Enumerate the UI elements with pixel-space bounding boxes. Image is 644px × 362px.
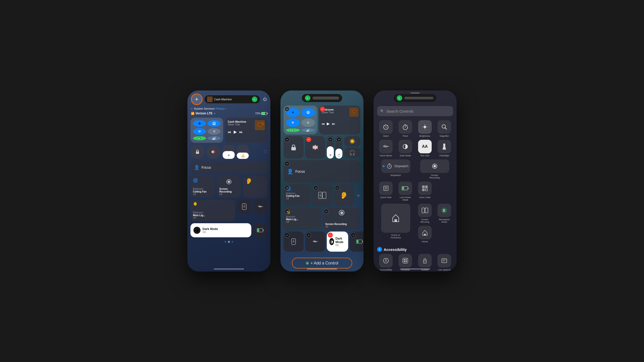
screen-lock-edit-tile[interactable]: − [284,136,304,159]
ceiling-fan-tile[interactable]: 🌀 Bedroom Ceiling Fan Off [190,176,215,198]
e-bt-btn[interactable]: 𝔅 [301,118,315,127]
brightness-slider[interactable]: ☀ [223,145,235,159]
recognize-music-control-item[interactable]: S RecognizeMusic [436,204,453,223]
wifi-btn[interactable] [193,128,206,135]
minus-focus-btn[interactable]: − [285,161,290,166]
minus-voice-btn[interactable]: − [306,233,311,238]
nav-icon: ✈ [214,112,216,115]
screen-mirror-control-item[interactable]: ScreenMirroring [416,204,434,223]
add-control-button[interactable]: + [191,94,203,105]
connectivity-edit-tile[interactable]: − ✈ 𝔅 [284,106,317,134]
e-wifi-btn[interactable] [286,118,300,127]
system-services-bar[interactable]: ➤ System Services Privacy › [187,107,270,111]
live-speech-item[interactable]: Live Speech [436,254,453,272]
minus-connectivity-btn[interactable]: − [285,107,290,112]
dark-mode-control-item[interactable]: Dark Mode [397,140,414,157]
add-control-button-p2[interactable]: ⊕ + Add a Control [292,258,352,268]
silent-btn[interactable] [207,145,221,159]
search-input[interactable]: Search Controls [386,109,414,113]
volume-edit-tile[interactable]: − 🎵 [335,136,342,159]
sun-tile[interactable]: ☀️ [344,136,360,147]
main-light-edit-tile[interactable]: − Bedroom Main Lig... Off [284,208,321,230]
scene-accessory-control-item[interactable]: Scene orAccessory [377,204,414,243]
e-prev-btn[interactable]: ⏮ [321,122,325,126]
minus-remote-btn[interactable]: − [285,233,290,238]
phone2-music-pill[interactable]: S [302,94,342,102]
accessibility-icon-circle [377,247,382,252]
airdrop-btn[interactable] [208,120,221,127]
phone3-music-pill[interactable]: S [394,94,436,102]
e-play-btn[interactable]: ▶ [327,121,330,126]
minus-dark-btn[interactable]: − [328,233,333,238]
ear-edit-tile[interactable]: − 👂 [334,184,354,206]
low-power-control-item[interactable]: Low PowerMode [397,182,414,201]
volume-slider[interactable]: 🔔 [237,145,249,159]
music-pill[interactable]: Cash Machine S [205,95,260,103]
minus-vol-btn[interactable]: − [336,137,341,142]
e-next-btn[interactable]: ⏭ [332,122,335,126]
minus-bright-btn[interactable]: − [328,137,333,142]
focus-tile[interactable]: 👤 Focus [190,161,267,174]
screen-lock-btn[interactable] [190,145,205,159]
brightness-control-item[interactable]: Brightness [416,120,434,137]
fan-edit-tile[interactable]: − 🌀 Bedroom Ceiling Fan Off [284,184,311,206]
e-airdrop-btn[interactable] [301,108,315,117]
svg-rect-8 [215,137,216,140]
e-cell-btn[interactable] [301,128,315,132]
main-light-tile[interactable]: Bedroom Main Lig... Off [190,200,235,221]
shazam-cc-btn[interactable]: S [193,136,206,140]
stopwatch-control-item[interactable]: Stopwatch Stopwatch [377,159,414,179]
airplane-mode-btn[interactable]: ✈ [193,120,206,127]
svg-point-14 [197,153,198,153]
ear-hearing-tile[interactable]: 👂 [243,176,267,198]
connectivity-tile[interactable]: ✈ 𝔅 S [190,118,223,143]
minus-light-btn[interactable]: − [285,209,290,214]
screen-recording-tile[interactable]: ScreenRecording Off [217,176,241,198]
remote-btn[interactable] [237,200,251,214]
minus-bell-btn[interactable]: − [306,137,311,142]
accessibility-shortcuts-item[interactable]: AccessibilityShortcuts [377,254,395,272]
battery-edit-tile[interactable]: − [350,232,364,252]
assistive-access-icon [398,254,412,267]
quick-note-control-item[interactable]: Quick Note [377,182,395,201]
flashlight-control-item[interactable]: Flashlight [436,140,453,157]
next-btn[interactable]: ⏭ [239,130,243,134]
music-tile[interactable]: 🎵 Cash Machine Oliver Tree ⏮ ▶ ⏭ [225,118,267,143]
play-btn[interactable]: ▶ [234,129,237,134]
voice-memo-control-item[interactable]: Voice Memo [377,140,395,157]
home-control-item[interactable]: Home [416,226,434,243]
headphones-tile[interactable]: 🎧 [344,148,360,158]
text-size-control-item[interactable]: AA Text Size [416,140,434,157]
minus-fan-btn[interactable]: − [285,185,290,190]
screen-rec-control-item[interactable]: ScreenRecording [416,159,453,179]
timer-control-item[interactable]: Timer [397,120,414,137]
prev-btn[interactable]: ⏮ [228,130,231,134]
mirror-edit-tile[interactable]: − [312,184,332,206]
bell-edit-tile[interactable]: − [305,136,325,159]
voice-edit-tile[interactable]: − [305,232,325,252]
screen-rec-edit-tile2[interactable]: − Screen Recording Off [323,208,360,230]
remote-edit-tile[interactable]: − [284,232,304,252]
dark-mode-tile[interactable]: ◑ Dark Mode On [190,223,251,237]
minus-screenrec-btn[interactable]: − [324,209,329,214]
music-edit-tile[interactable]: − Bedroom Oliver Tree ⏮ ▶ ⏭ [319,106,360,134]
focus-edit-tile[interactable]: − 👤 Focus [284,160,360,183]
privacy-link[interactable]: Privacy [216,107,225,110]
battery-widget[interactable] [253,223,267,237]
shazam-icon[interactable]: S [252,97,257,102]
scan-code-control-item[interactable]: Scan Code [416,182,434,201]
dark-mode-edit-tile[interactable]: − ◑ Dark Mode On [327,232,348,252]
voice-memo-btn[interactable] [253,200,267,214]
power-button[interactable]: ⏻ [263,97,267,102]
alarm-control-item[interactable]: Alarm [377,120,395,137]
magnifier-control-item[interactable]: Magnifier [436,120,453,137]
minus-mirror-btn[interactable]: − [313,185,318,190]
e-shazam-btn[interactable]: S [286,128,300,132]
search-controls-bar[interactable]: 🔍 Search Controls [377,106,453,116]
bluetooth-btn[interactable]: 𝔅 [208,128,221,135]
minus-lock-btn[interactable]: − [285,137,290,142]
cell-data-btn[interactable] [208,136,221,140]
minus-music-btn[interactable]: − [320,107,325,112]
minus-ear-btn[interactable]: − [335,185,340,190]
brightness-edit-tile[interactable]: − ☀ [327,136,334,159]
